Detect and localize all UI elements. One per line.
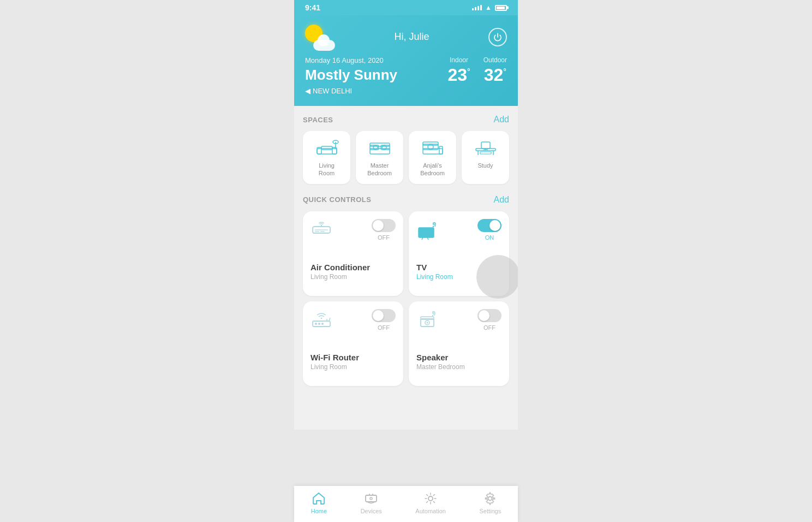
bottom-nav: Home Devices Automation Settings [294,486,518,522]
svg-point-12 [382,145,386,150]
ac-device-room: Living Room [311,273,396,281]
device-card-tv[interactable]: ON TV Living Room [409,211,509,296]
speaker-state-label: OFF [483,324,495,331]
speaker-icon [416,309,438,331]
ac-toggle-wrap: OFF [372,219,396,241]
nav-home-label: Home [311,508,327,514]
wifi-state-label: OFF [378,324,390,331]
nav-home[interactable]: Home [311,491,327,514]
weather-icon [305,22,335,52]
spaces-title: SPACES [303,116,333,124]
main-content: SPACES Add Living [294,106,518,430]
space-label-anjalis-bedroom: Anjali'sBedroom [420,162,445,177]
spaces-grid: LivingRoom MasterBedroom [303,131,509,184]
quick-controls-grid: OFF Air Conditioner Living Room [303,211,509,386]
indoor-temp: Indoor 23° [447,56,470,85]
location-arrow-icon: ◀ [305,87,311,95]
wifi-status-icon: ▲ [485,4,492,11]
svg-point-38 [321,323,324,325]
svg-line-40 [329,318,330,321]
svg-rect-30 [419,228,434,238]
battery-icon [495,5,507,11]
svg-point-50 [488,497,492,501]
space-label-living-room: LivingRoom [319,162,335,177]
svg-rect-47 [366,495,377,502]
nav-settings-label: Settings [479,508,501,514]
speaker-device-name: Speaker [416,353,501,362]
nav-settings[interactable]: Settings [479,491,501,514]
speaker-device-room: Master Bedroom [416,363,501,371]
location: ◀ NEW DELHI [305,87,447,95]
power-button[interactable] [488,28,507,46]
space-label-study: Study [477,162,493,169]
quick-controls-section-header: QUICK CONTROLS Add [303,195,509,205]
time: 9:41 [305,3,320,12]
speaker-toggle[interactable] [477,309,501,322]
wifi-device-room: Living Room [311,363,396,371]
svg-rect-15 [423,142,438,145]
spaces-section-header: SPACES Add [303,115,509,124]
master-bedroom-icon [368,138,392,157]
ac-icon [311,219,332,241]
svg-rect-45 [421,317,434,319]
outdoor-temp: Outdoor 32° [483,56,507,85]
svg-rect-10 [370,143,390,146]
device-card-wifi[interactable]: OFF Wi-Fi Router Living Room [303,301,403,386]
signal-icon [472,5,482,10]
quick-controls-add-button[interactable]: Add [494,195,509,205]
svg-rect-4 [321,146,332,150]
spaces-add-button[interactable]: Add [494,115,509,124]
svg-point-48 [370,497,372,500]
ripple-overlay [476,255,518,299]
svg-rect-21 [481,142,490,149]
status-icons: ▲ [472,4,507,11]
device-card-speaker[interactable]: OFF Speaker Master Bedroom [409,301,509,386]
tv-toggle-wrap: ON [477,219,501,241]
svg-rect-16 [439,146,443,154]
tv-icon [416,219,438,241]
anjalis-bedroom-icon [421,138,445,157]
quick-controls-title: QUICK CONTROLS [303,195,371,204]
wifi-router-icon [311,309,332,331]
ac-device-name: Air Conditioner [311,263,396,272]
weather-condition: Mostly Sunny [305,67,447,84]
nav-automation-label: Automation [415,508,446,514]
temperature-display: Indoor 23° Outdoor 32° [447,56,507,85]
space-card-master-bedroom[interactable]: MasterBedroom [356,131,403,184]
space-card-study[interactable]: Study [462,131,509,184]
tv-state-label: ON [485,234,494,241]
nav-automation[interactable]: Automation [415,491,446,514]
wifi-toggle[interactable] [372,309,396,322]
wifi-device-name: Wi-Fi Router [311,353,396,362]
ac-state-label: OFF [378,234,390,241]
greeting: Hi, Julie [335,31,488,43]
svg-point-34 [433,226,434,227]
svg-rect-24 [480,152,491,154]
space-card-anjalis-bedroom[interactable]: Anjali'sBedroom [409,131,456,184]
svg-point-49 [428,496,433,501]
space-card-living-room[interactable]: LivingRoom [303,131,350,184]
svg-point-46 [432,315,433,316]
status-bar: 9:41 ▲ [294,0,518,15]
svg-point-36 [315,323,317,325]
svg-point-44 [427,322,428,323]
phone-frame: 9:41 ▲ Hi, Julie [294,0,518,522]
wifi-toggle-wrap: OFF [372,309,396,331]
space-label-master-bedroom: MasterBedroom [367,162,392,177]
device-card-ac[interactable]: OFF Air Conditioner Living Room [303,211,403,296]
study-icon [474,138,498,157]
svg-point-11 [373,145,378,150]
speaker-toggle-wrap: OFF [477,309,501,331]
date: Monday 16 August, 2020 [305,56,447,64]
nav-devices[interactable]: Devices [361,491,382,514]
weather-header: Hi, Julie Monday 16 August, 2020 Mostly … [294,15,518,106]
living-room-icon [315,138,339,157]
cloud-icon [313,40,335,51]
nav-devices-label: Devices [361,508,382,514]
ac-toggle[interactable] [372,219,396,232]
svg-point-41 [321,317,322,318]
svg-point-37 [318,323,320,325]
svg-point-29 [321,224,322,226]
tv-toggle[interactable] [477,219,501,232]
